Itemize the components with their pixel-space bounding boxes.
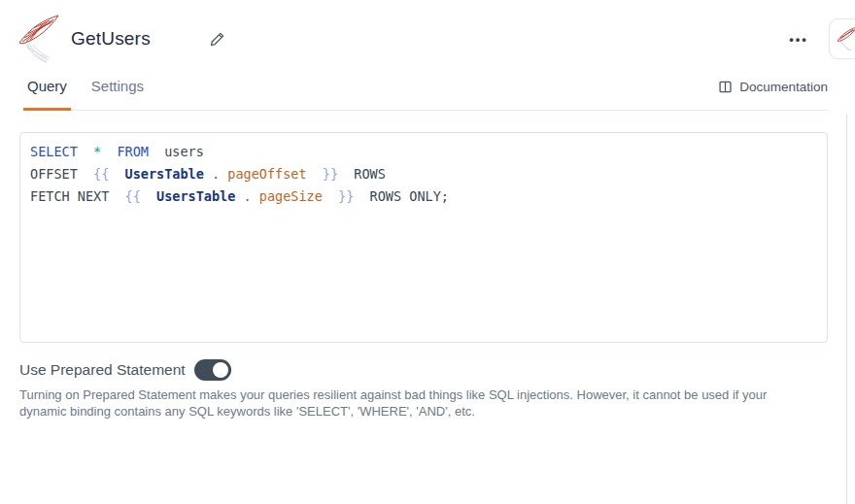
tab-query[interactable]: Query: [23, 73, 71, 110]
prepared-statement-help-text: Turning on Prepared Statement makes your…: [19, 387, 799, 420]
code-line: SELECT * FROM users: [30, 141, 817, 163]
prepared-statement-toggle[interactable]: [194, 359, 231, 381]
documentation-label: Documentation: [739, 80, 828, 94]
code-token: ROWS: [346, 166, 386, 182]
tab-bar: Query Settings Documentation: [23, 73, 828, 111]
tab-settings[interactable]: Settings: [87, 73, 148, 110]
code-token: UsersTable: [125, 166, 204, 182]
code-token: .: [244, 188, 252, 204]
code-token: users: [164, 144, 204, 159]
code-token: OFFSET: [30, 166, 86, 182]
code-token: FROM: [117, 144, 156, 159]
code-token: pageOffset: [227, 166, 306, 182]
more-dots-icon: •••: [789, 32, 808, 47]
code-token: ROWS ONLY;: [361, 188, 448, 204]
code-token: SELECT: [30, 144, 86, 159]
page-title: GetUsers: [71, 28, 151, 50]
sql-server-logo-icon: [17, 14, 60, 64]
prepared-statement-label: Use Prepared Statement: [19, 361, 186, 379]
pencil-icon: [209, 31, 225, 48]
toggle-knob: [211, 360, 230, 380]
open-book-icon: [718, 80, 733, 94]
code-token: pageSize: [259, 188, 323, 204]
documentation-link[interactable]: Documentation: [718, 80, 828, 94]
edit-name-button[interactable]: [205, 27, 228, 50]
code-line: OFFSET {{ UsersTable . pageOffset }} ROW…: [30, 163, 817, 185]
code-line: FETCH NEXT {{ UsersTable . pageSize }} R…: [30, 185, 817, 208]
code-token: {{: [125, 188, 149, 204]
sql-server-mini-logo-icon: [837, 26, 855, 51]
code-token: }}: [330, 188, 354, 204]
more-actions-button[interactable]: •••: [783, 25, 814, 52]
sql-code-editor[interactable]: SELECT * FROM users OFFSET {{ UsersTable…: [19, 132, 828, 343]
code-token: *: [93, 144, 109, 159]
datasource-card[interactable]: [829, 18, 855, 59]
code-token: {{: [93, 166, 117, 182]
code-token: }}: [315, 166, 338, 182]
query-editor-page: GetUsers ••• Query Sett: [0, 0, 855, 504]
code-token: .: [212, 166, 220, 182]
code-token: UsersTable: [156, 188, 235, 204]
code-token: FETCH NEXT: [30, 188, 117, 204]
prepared-statement-row: Use Prepared Statement: [19, 359, 231, 381]
right-pane-divider[interactable]: [846, 115, 847, 504]
